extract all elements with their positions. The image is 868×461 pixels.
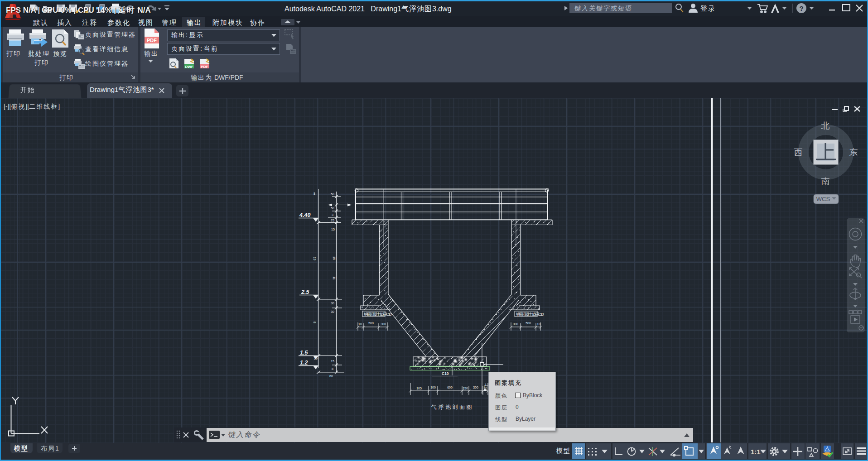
svg-text:DWF: DWF — [185, 65, 193, 69]
svg-text:15: 15 — [331, 228, 335, 231]
svg-text:300: 300 — [513, 322, 518, 326]
svg-text:50: 50 — [331, 206, 334, 210]
svg-text:PDF: PDF — [147, 38, 157, 43]
svg-text:C10: C10 — [442, 371, 449, 376]
svg-text:1:1: 1:1 — [751, 448, 761, 456]
svg-text:11: 11 — [333, 276, 336, 279]
svg-text:北: 北 — [821, 121, 830, 130]
svg-text:4.40: 4.40 — [299, 212, 310, 218]
svg-text:南: 南 — [821, 177, 830, 186]
svg-text:1.2: 1.2 — [300, 360, 308, 366]
svg-text:500: 500 — [526, 322, 531, 325]
svg-text:10: 10 — [537, 322, 540, 326]
svg-text:PDF: PDF — [201, 65, 208, 69]
svg-text:300: 300 — [473, 386, 478, 389]
svg-text:WCS: WCS — [816, 196, 830, 202]
svg-text:8: 8 — [332, 367, 333, 370]
svg-text:60: 60 — [329, 375, 333, 378]
svg-text:150: 150 — [463, 387, 468, 390]
svg-text:东: 东 — [849, 148, 858, 157]
svg-text:8: 8 — [313, 192, 315, 195]
svg-text:600: 600 — [447, 386, 453, 389]
svg-text:15: 15 — [333, 256, 336, 260]
svg-text:钢筋混凝土垫层C10: 钢筋混凝土垫层C10 — [516, 312, 544, 317]
svg-text:100: 100 — [430, 386, 436, 389]
svg-text:30: 30 — [331, 310, 334, 313]
svg-text:15: 15 — [331, 360, 334, 363]
svg-text:西: 西 — [794, 148, 803, 157]
svg-text:500: 500 — [368, 322, 374, 325]
svg-text:3: 3 — [332, 213, 333, 216]
svg-text:8: 8 — [313, 322, 316, 323]
svg-text:105: 105 — [416, 387, 422, 390]
svg-text:?: ? — [799, 5, 803, 12]
svg-text:钢筋混凝土垫层C10: 钢筋混凝土垫层C10 — [364, 312, 392, 317]
svg-text:10: 10 — [358, 322, 362, 326]
svg-text:2.5: 2.5 — [301, 289, 309, 295]
svg-text:19: 19 — [313, 257, 316, 260]
svg-text:气浮池剖面图: 气浮池剖面图 — [431, 404, 473, 410]
svg-text:30: 30 — [314, 357, 318, 360]
svg-text:300: 300 — [381, 322, 386, 326]
svg-text:50: 50 — [331, 192, 334, 196]
svg-text:25: 25 — [331, 219, 334, 222]
svg-text:1.5: 1.5 — [300, 350, 308, 356]
svg-text:30: 30 — [331, 302, 334, 305]
